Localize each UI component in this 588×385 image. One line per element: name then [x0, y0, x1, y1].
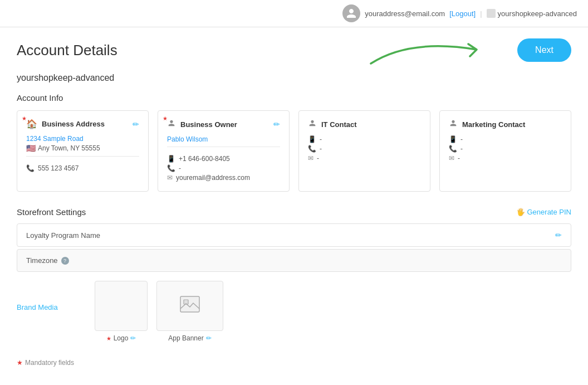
generate-pin-button[interactable]: 🖐 Generate PIN: [516, 208, 572, 216]
store-name-display: yourshopkeep-advanced: [17, 73, 571, 83]
business-address-card: ★ 🏠 Business Address ✏ 1234 Sample Road …: [17, 110, 149, 192]
phone-row: 📞 555 123 4567: [26, 164, 139, 172]
person-icon: [167, 119, 176, 130]
email-icon: ✉: [167, 174, 173, 182]
main-content: Account Details Next yourshopkeep-advanc…: [0, 27, 588, 383]
app-banner-label: App Banner: [168, 334, 203, 342]
account-info-label: Account Info: [17, 93, 571, 103]
phone-icon: 📞: [449, 145, 457, 153]
logo-upload-box[interactable]: [95, 281, 148, 331]
phone-icon: 📞: [308, 145, 316, 153]
phone-row: 📞 -: [308, 145, 421, 153]
logout-button[interactable]: [Logout]: [449, 9, 476, 18]
email-value: -: [458, 154, 460, 162]
card-header: Marketing Contact: [449, 119, 562, 130]
store-icon: [487, 9, 496, 18]
media-items: ★ Logo ✏ App Banner: [95, 281, 223, 342]
next-button[interactable]: Next: [517, 38, 571, 62]
logo-container: ★ Logo ✏: [95, 281, 148, 342]
email-row: ✉ youremail@address.com: [167, 174, 280, 182]
page-title: Account Details: [17, 42, 117, 59]
email-value: youremail@address.com: [176, 174, 250, 182]
card-header: Business Owner ✏: [167, 119, 280, 130]
account-cards: ★ 🏠 Business Address ✏ 1234 Sample Road …: [17, 110, 571, 192]
mobile-value: -: [460, 135, 463, 143]
mobile-icon: 📱: [449, 135, 457, 143]
marketing-contact-card: Marketing Contact 📱 - 📞 - ✉ -: [439, 110, 571, 192]
required-star: ★: [163, 115, 168, 121]
mandatory-label: Mandatory fields: [25, 359, 74, 367]
mobile-icon: 📱: [167, 155, 175, 163]
it-contact-card: IT Contact 📱 - 📞 - ✉ -: [298, 110, 430, 192]
logo-label: Logo: [114, 334, 129, 342]
separator: |: [480, 9, 482, 18]
phone-row: 📞 -: [449, 145, 562, 153]
mobile-row: 📱 -: [449, 135, 562, 143]
mobile-icon: 📱: [308, 135, 316, 143]
email-icon: ✉: [308, 154, 313, 162]
business-owner-card: ★ Business Owner ✏ Pablo Wilsom 📱 +1 646…: [158, 110, 290, 192]
edit-banner-button[interactable]: ✏: [206, 334, 212, 342]
svg-rect-0: [180, 296, 199, 312]
edit-loyalty-button[interactable]: ✏: [555, 231, 562, 240]
image-placeholder-icon: [180, 296, 200, 316]
address-line2: 🇺🇸 Any Town, NY 55555: [26, 144, 139, 153]
card-title: Marketing Contact: [462, 120, 525, 129]
logo-caption: ★ Logo ✏: [106, 334, 136, 342]
loyalty-program-label: Loyalty Program Name: [26, 231, 100, 240]
address-line1: 1234 Sample Road: [26, 135, 139, 143]
app-banner-upload-box[interactable]: [156, 281, 223, 331]
phone-row: 📞 -: [167, 164, 280, 172]
timezone-help-icon[interactable]: ?: [61, 257, 69, 265]
timezone-row: Timezone ?: [17, 249, 571, 272]
card-header: 🏠 Business Address ✏: [26, 119, 139, 129]
topbar: youraddress@email.com [Logout] | yoursho…: [0, 0, 588, 27]
timezone-label: Timezone: [26, 256, 58, 265]
edit-logo-button[interactable]: ✏: [130, 334, 136, 342]
mobile-row: 📱 +1 646-600-8405: [167, 155, 280, 163]
owner-name: Pablo Wilsom: [167, 135, 280, 143]
home-icon: 🏠: [26, 119, 37, 129]
arrow-decoration: [365, 33, 521, 72]
mandatory-fields-note: ★ Mandatory fields: [17, 359, 571, 367]
phone-value: -: [460, 145, 463, 153]
person-icon: [449, 119, 458, 130]
phone-icon: 📞: [167, 164, 175, 172]
card-title: Business Address: [42, 120, 105, 128]
app-banner-caption: App Banner ✏: [168, 334, 211, 342]
email-icon: ✉: [449, 154, 454, 162]
phone-value: -: [179, 164, 181, 172]
edit-business-owner-button[interactable]: ✏: [273, 120, 280, 129]
topbar-store-name: yourshopkeep-advanced: [498, 9, 577, 18]
mobile-row: 📱 -: [308, 135, 421, 143]
loyalty-program-row: Loyalty Program Name ✏: [17, 223, 571, 247]
mandatory-star: ★: [17, 359, 23, 367]
mobile-value: -: [320, 135, 322, 143]
brand-media-label: Brand Media: [17, 303, 61, 311]
email-row: ✉ -: [308, 154, 421, 162]
flag-icon: 🇺🇸: [26, 144, 36, 153]
email-row: ✉ -: [449, 154, 562, 162]
card-title: IT Contact: [321, 120, 357, 129]
person-icon: [308, 119, 317, 130]
app-banner-container: App Banner ✏: [156, 281, 223, 342]
phone-value: -: [320, 145, 322, 153]
required-star: ★: [22, 115, 27, 121]
pin-icon: 🖐: [516, 208, 525, 216]
phone-icon: 📞: [26, 164, 35, 172]
edit-business-address-button[interactable]: ✏: [133, 120, 139, 129]
card-title: Business Owner: [180, 120, 237, 129]
storefront-header: Storefront Settings 🖐 Generate PIN: [17, 207, 571, 217]
storefront-title: Storefront Settings: [17, 207, 86, 217]
logo-required-star: ★: [106, 335, 111, 342]
user-avatar: [342, 4, 360, 22]
brand-media-section: Brand Media ★ Logo ✏: [17, 281, 571, 342]
mobile-number: +1 646-600-8405: [179, 155, 230, 163]
phone-number: 555 123 4567: [38, 164, 79, 172]
card-header: IT Contact: [308, 119, 421, 130]
email-value: -: [317, 154, 319, 162]
store-selector[interactable]: yourshopkeep-advanced: [487, 9, 577, 18]
user-email: youraddress@email.com: [365, 9, 445, 18]
header-row: Account Details Next: [17, 38, 571, 62]
